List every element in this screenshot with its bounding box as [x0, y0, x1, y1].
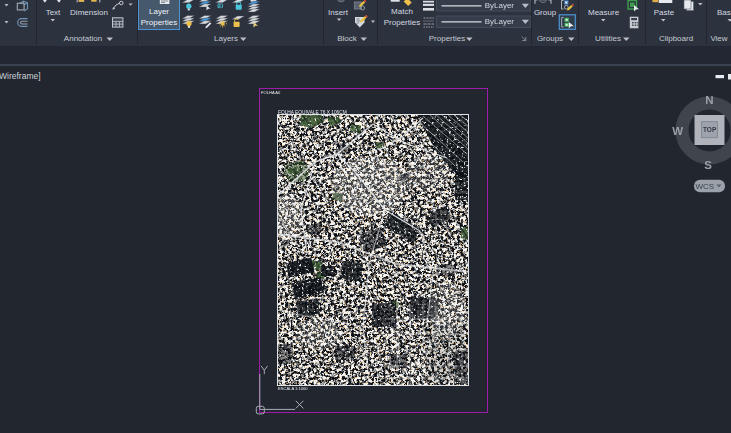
- svg-text:ByLayer: ByLayer: [485, 17, 515, 26]
- svg-text:W: W: [672, 125, 683, 137]
- svg-text:ByLayer: ByLayer: [485, 1, 515, 10]
- svg-text:WCS: WCS: [695, 182, 714, 191]
- svg-text:TOP: TOP: [703, 126, 717, 133]
- svg-text:S: S: [704, 159, 712, 171]
- svg-text:N: N: [705, 94, 713, 106]
